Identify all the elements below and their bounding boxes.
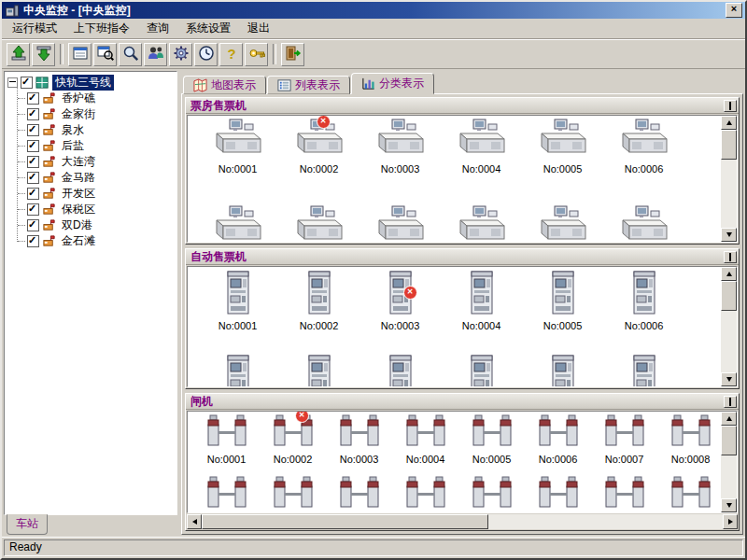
checkbox-checked-icon[interactable] <box>27 219 39 231</box>
tree-root[interactable]: 快轨三号线 <box>7 75 176 91</box>
scrollbar-thumb[interactable] <box>721 130 737 160</box>
tree-item[interactable]: 开发区 <box>13 186 176 202</box>
scrollbar-track[interactable] <box>202 514 723 529</box>
scrollbar-thumb[interactable] <box>721 426 737 455</box>
machine-item[interactable] <box>522 204 603 243</box>
machine-item[interactable]: No:0008 <box>657 413 724 465</box>
tree-item[interactable]: 泉水 <box>13 122 176 138</box>
scrollbar-thumb[interactable] <box>721 281 737 311</box>
machine-item[interactable]: No:0005 <box>458 413 525 465</box>
machine-item[interactable]: No:0004 <box>441 271 522 331</box>
menu-item-1[interactable]: 上下班指令 <box>65 19 138 38</box>
toolbar-button-settings[interactable] <box>169 43 192 66</box>
section-maximize-button[interactable] <box>724 251 737 263</box>
toolbar-button-exit[interactable] <box>281 43 304 66</box>
expand-collapse-icon[interactable] <box>7 77 18 88</box>
machine-item[interactable]: No:0015 <box>591 475 657 513</box>
vertical-scrollbar[interactable] <box>721 116 737 242</box>
toolbar-button-clock[interactable] <box>194 43 218 66</box>
machine-item[interactable] <box>197 204 278 243</box>
menu-item-3[interactable]: 系统设置 <box>177 19 239 38</box>
toolbar-button-users[interactable] <box>144 43 167 66</box>
machine-item[interactable]: No:0004 <box>392 413 458 465</box>
machine-item[interactable]: No:0005 <box>522 271 603 331</box>
machine-item[interactable] <box>522 355 603 387</box>
machine-item[interactable]: No:0012 <box>392 475 458 513</box>
machine-item[interactable]: No:0003 <box>359 118 441 175</box>
vertical-scrollbar[interactable] <box>721 267 737 386</box>
machine-item[interactable]: No:0006 <box>525 413 591 465</box>
checkbox-checked-icon[interactable] <box>27 156 39 168</box>
scroll-left-button[interactable] <box>187 514 202 529</box>
tab-map[interactable]: 地图表示 <box>183 76 266 94</box>
machine-item[interactable] <box>197 355 278 387</box>
scroll-up-button[interactable] <box>721 267 737 281</box>
toolbar-button-search-window[interactable] <box>93 43 117 66</box>
machine-item[interactable]: No:0007 <box>591 413 657 465</box>
machine-item[interactable] <box>359 204 441 243</box>
machine-item[interactable]: No:0006 <box>603 271 684 331</box>
checkbox-checked-icon[interactable] <box>27 188 39 200</box>
tree-item[interactable]: 后盐 <box>13 138 176 154</box>
toolbar-button-key[interactable] <box>245 43 268 66</box>
machine-item[interactable]: No:0010 <box>260 475 326 513</box>
machine-item[interactable]: No:0006 <box>603 118 684 175</box>
section-maximize-button[interactable] <box>724 396 737 408</box>
machine-item[interactable]: ✕No:0003 <box>359 271 441 331</box>
machine-item[interactable]: No:0001 <box>197 118 278 175</box>
checkbox-checked-icon[interactable] <box>27 172 39 184</box>
scroll-right-button[interactable] <box>723 514 738 529</box>
machine-item[interactable]: No:0013 <box>458 475 525 513</box>
machine-item[interactable]: No:0001 <box>193 413 260 465</box>
machine-item[interactable] <box>603 204 684 243</box>
toolbar-button-run-start[interactable] <box>7 43 30 66</box>
menu-item-0[interactable]: 运行模式 <box>4 19 65 38</box>
checkbox-checked-icon[interactable] <box>27 140 39 152</box>
machine-item[interactable] <box>278 204 359 243</box>
tab-list[interactable]: 列表表示 <box>267 76 350 94</box>
tree-item[interactable]: 双D港 <box>13 217 176 233</box>
tab-chart[interactable]: 分类表示 <box>351 73 434 94</box>
section-maximize-button[interactable] <box>724 100 737 112</box>
tree-item[interactable]: 金石滩 <box>13 233 176 249</box>
menu-item-2[interactable]: 查询 <box>138 19 177 38</box>
machine-item[interactable] <box>278 355 359 387</box>
checkbox-checked-icon[interactable] <box>21 77 33 89</box>
machine-item[interactable] <box>441 355 522 387</box>
scrollbar-track[interactable] <box>721 130 737 228</box>
checkbox-checked-icon[interactable] <box>27 203 39 216</box>
machine-item[interactable]: No:0009 <box>193 475 260 513</box>
toolbar-button-query[interactable] <box>119 43 142 66</box>
tab-station[interactable]: 车站 <box>7 514 48 535</box>
toolbar-button-report[interactable] <box>68 43 92 66</box>
scroll-down-button[interactable] <box>721 372 737 386</box>
machine-item[interactable] <box>441 204 522 243</box>
scroll-up-button[interactable] <box>721 116 737 130</box>
machine-item[interactable]: No:0004 <box>441 118 522 175</box>
scrollbar-track[interactable] <box>721 281 737 372</box>
tree-item[interactable]: 保税区 <box>13 202 176 217</box>
toolbar-button-help[interactable]: ? <box>219 43 243 66</box>
horizontal-scrollbar[interactable] <box>187 514 738 529</box>
checkbox-checked-icon[interactable] <box>27 92 39 105</box>
tree-item[interactable]: 金家街 <box>13 106 176 122</box>
close-button[interactable]: × <box>726 3 742 18</box>
tree-item[interactable]: 香炉礁 <box>13 91 176 106</box>
checkbox-checked-icon[interactable] <box>27 235 39 247</box>
scroll-down-button[interactable] <box>721 228 737 242</box>
scroll-down-button[interactable] <box>721 498 737 512</box>
vertical-scrollbar[interactable] <box>721 412 737 512</box>
machine-item[interactable]: No:0003 <box>326 413 392 465</box>
scrollbar-thumb[interactable] <box>202 514 488 529</box>
checkbox-checked-icon[interactable] <box>27 108 39 120</box>
scrollbar-track[interactable] <box>721 426 737 498</box>
menu-item-4[interactable]: 退出 <box>239 19 278 38</box>
machine-item[interactable]: No:0005 <box>522 118 603 175</box>
machine-item[interactable]: ✕No:0002 <box>278 118 359 175</box>
machine-item[interactable]: No:0001 <box>197 271 278 331</box>
toolbar-button-run-stop[interactable] <box>32 43 55 66</box>
checkbox-checked-icon[interactable] <box>27 124 39 136</box>
machine-item[interactable] <box>603 355 684 387</box>
machine-item[interactable]: No:0016 <box>657 475 724 513</box>
machine-item[interactable]: ✕No:0002 <box>260 413 326 465</box>
